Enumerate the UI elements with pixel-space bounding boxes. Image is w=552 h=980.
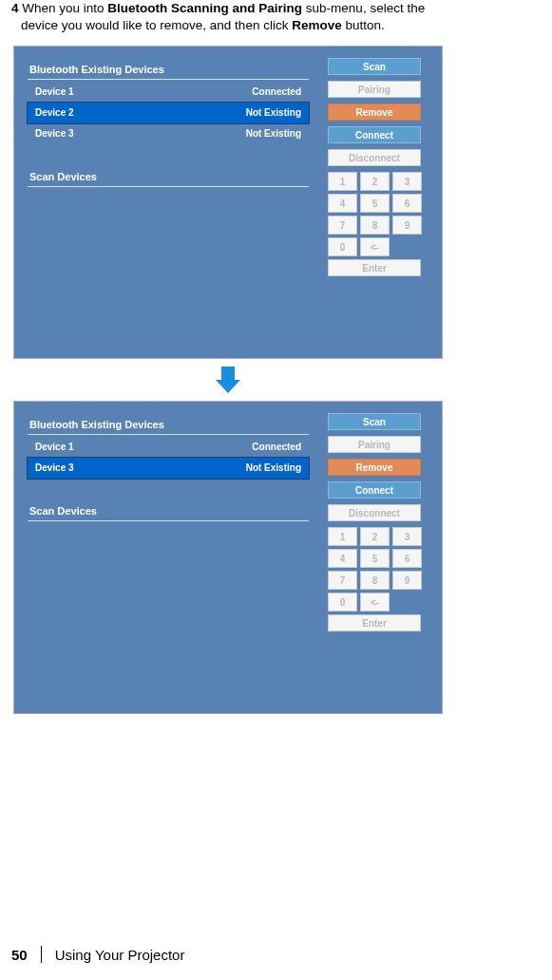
device-status: Not Existing <box>246 128 301 139</box>
device-name: Device 1 <box>35 442 74 452</box>
connect-button[interactable]: Connect <box>328 126 421 143</box>
side-controls: Scan Pairing Remove Connect Disconnect 1… <box>328 58 423 282</box>
key-0[interactable]: 0 <box>328 237 357 256</box>
scan-devices-heading: Scan Devices <box>28 505 309 521</box>
enter-button[interactable]: Enter <box>328 259 421 276</box>
device-status: Connected <box>252 442 301 452</box>
device-row[interactable]: Device 2 Not Existing <box>28 103 309 123</box>
footer-divider <box>41 946 42 963</box>
key-7[interactable]: 7 <box>328 216 357 235</box>
bluetooth-panel-before: Bluetooth Existing Devices Device 1 Conn… <box>13 46 443 359</box>
device-status: Not Existing <box>246 107 301 118</box>
enter-button[interactable]: Enter <box>328 614 421 631</box>
page-number: 50 <box>11 947 28 963</box>
key-3[interactable]: 3 <box>392 172 422 191</box>
device-status: Connected <box>252 86 301 97</box>
key-2[interactable]: 2 <box>360 172 390 191</box>
key-backspace[interactable]: <- <box>360 237 390 256</box>
instruction-text: 4 When you into Bluetooth Scanning and P… <box>11 0 541 34</box>
arrow-down-icon <box>216 367 240 393</box>
key-2[interactable]: 2 <box>360 527 390 546</box>
keypad: 1 2 3 4 5 6 7 8 9 0 <- <box>328 527 423 612</box>
instr-t2: sub-menu, select the <box>302 1 425 15</box>
device-name: Device 1 <box>35 86 74 97</box>
pairing-button[interactable]: Pairing <box>328 81 421 98</box>
key-4[interactable]: 4 <box>328 194 357 213</box>
device-row[interactable]: Device 3 Not Existing <box>28 458 309 479</box>
scan-devices-heading: Scan Devices <box>28 171 309 187</box>
key-7[interactable]: 7 <box>328 571 357 590</box>
key-1[interactable]: 1 <box>328 527 357 546</box>
key-1[interactable]: 1 <box>328 172 357 191</box>
pairing-button[interactable]: Pairing <box>328 436 421 453</box>
page-footer: 50 Using Your Projector <box>11 946 184 963</box>
instr-bold2: Remove <box>292 18 342 32</box>
instr-bold1: Bluetooth Scanning and Pairing <box>107 1 302 15</box>
key-9[interactable]: 9 <box>392 571 422 590</box>
key-5[interactable]: 5 <box>360 549 390 568</box>
key-9[interactable]: 9 <box>392 216 422 235</box>
disconnect-button[interactable]: Disconnect <box>328 149 421 166</box>
key-6[interactable]: 6 <box>392 194 422 213</box>
key-backspace[interactable]: <- <box>360 593 390 612</box>
device-row[interactable]: Device 3 Not Existing <box>28 123 309 144</box>
device-row[interactable]: Device 1 Connected <box>28 82 309 103</box>
instr-line2b: button. <box>342 18 385 32</box>
scan-button[interactable]: Scan <box>328 413 421 430</box>
existing-devices-heading: Bluetooth Existing Devices <box>28 419 309 435</box>
key-0[interactable]: 0 <box>328 593 357 612</box>
keypad: 1 2 3 4 5 6 7 8 9 0 <- <box>328 172 423 256</box>
existing-devices-heading: Bluetooth Existing Devices <box>28 64 309 80</box>
key-8[interactable]: 8 <box>360 216 390 235</box>
remove-button[interactable]: Remove <box>328 104 421 121</box>
key-3[interactable]: 3 <box>392 527 422 546</box>
device-status: Not Existing <box>246 462 301 473</box>
key-8[interactable]: 8 <box>360 571 390 590</box>
remove-button[interactable]: Remove <box>328 459 421 476</box>
key-6[interactable]: 6 <box>392 549 422 568</box>
disconnect-button[interactable]: Disconnect <box>328 504 421 521</box>
key-4[interactable]: 4 <box>328 549 357 568</box>
instr-t1: When you into <box>19 1 108 15</box>
key-5[interactable]: 5 <box>360 194 390 213</box>
chapter-title: Using Your Projector <box>55 947 185 963</box>
step-number: 4 <box>11 1 19 15</box>
device-name: Device 2 <box>35 107 74 118</box>
device-name: Device 3 <box>35 462 74 473</box>
bluetooth-panel-after: Bluetooth Existing Devices Device 1 Conn… <box>13 401 443 714</box>
device-row[interactable]: Device 1 Connected <box>28 437 309 458</box>
side-controls: Scan Pairing Remove Connect Disconnect 1… <box>328 413 423 637</box>
scan-button[interactable]: Scan <box>328 58 421 75</box>
device-name: Device 3 <box>35 128 74 139</box>
connect-button[interactable]: Connect <box>328 481 421 499</box>
instr-line2a: device you would like to remove, and the… <box>21 18 292 32</box>
